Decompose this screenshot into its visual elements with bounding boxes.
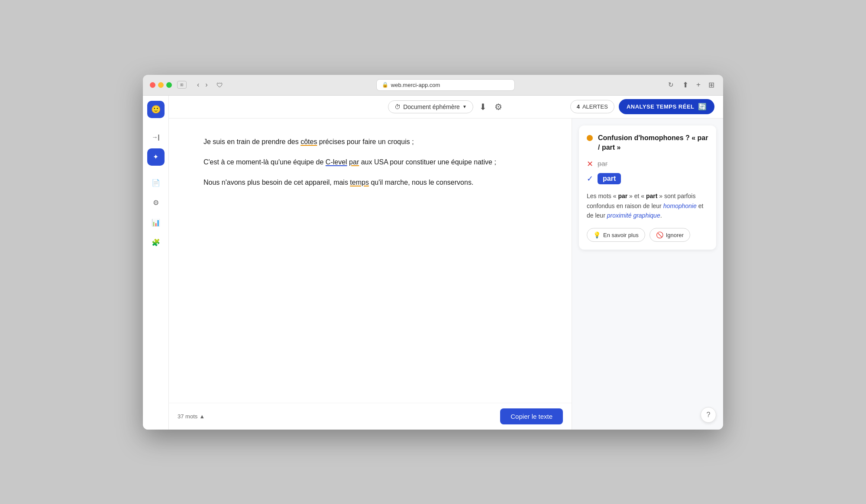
suggestion-actions: 💡 En savoir plus 🚫 Ignorer [587, 228, 708, 242]
browser-nav-controls: ‹ › [195, 80, 210, 90]
edit-icon: ✦ [153, 153, 158, 161]
grid-button[interactable]: ⊞ [707, 80, 716, 90]
puzzle-icon: 🧩 [152, 238, 160, 247]
paragraph-3: Nous n'avons plus besoin de cet appareil… [204, 177, 537, 188]
sidebar-logo[interactable]: 🙂 [147, 101, 165, 118]
word-clevel: C-level [326, 158, 347, 166]
suggestion-header: Confusion d'homophones ? « par / part » [587, 133, 708, 153]
sidebar-item-doc[interactable]: 📄 [147, 174, 165, 192]
sidebar-item-settings[interactable]: ⚙ [147, 194, 165, 212]
arrow-icon: →| [152, 134, 160, 141]
clock-icon: ⏱ [394, 103, 401, 110]
alert-count: 4 [577, 103, 580, 110]
word-options: ✕ par ✓ part [587, 159, 708, 184]
toolbar: ⏱ Document éphémère ▼ ⬇ ⚙ 4 ALERTES [169, 96, 723, 119]
traffic-light-green[interactable] [166, 82, 172, 88]
wrong-icon: ✕ [587, 159, 593, 169]
download-button[interactable]: ⬇ [478, 100, 488, 114]
download-icon: ⬇ [479, 102, 487, 112]
traffic-light-yellow[interactable] [158, 82, 164, 88]
word-cotes: côtes [301, 138, 317, 145]
word-count: 37 mots ▲ [178, 413, 205, 420]
settings-icon: ⚙ [153, 199, 159, 207]
traffic-lights [150, 82, 172, 88]
lightbulb-icon: 💡 [593, 231, 601, 238]
paragraph-1: Je suis en train de prendre des côtes pr… [204, 136, 537, 148]
browser-window: ⊞ ‹ › 🛡 🔒 web.merci-app.com ↻ ⬆ + ⊞ 🙂 [143, 75, 723, 430]
right-panel: Confusion d'homophones ? « par / part » … [572, 119, 723, 430]
editor-content[interactable]: Je suis en train de prendre des côtes pr… [169, 119, 572, 403]
analyse-label: ANALYSE TEMPS RÉEL [627, 103, 695, 110]
word-par: par [349, 158, 359, 166]
doc-type-label: Document éphémère [403, 103, 460, 110]
alerts-label: ALERTES [582, 103, 608, 110]
paragraph-2: C'est à ce moment-là qu'une équipe de C-… [204, 156, 537, 168]
word-option-wrong: ✕ par [587, 159, 708, 169]
back-button[interactable]: ‹ [195, 80, 201, 90]
url-bar: 🔒 web.merci-app.com [230, 79, 661, 91]
copy-button[interactable]: Copier le texte [500, 408, 563, 424]
refresh-button[interactable]: ↻ [666, 80, 675, 90]
sidebar: 🙂 →| ✦ 📄 ⚙ 📊 🧩 [143, 96, 169, 430]
sidebar-item-chart[interactable]: 📊 [147, 214, 165, 231]
word-count-text: 37 mots [178, 413, 197, 420]
ignore-icon: 🚫 [656, 231, 663, 238]
shield-icon: 🛡 [216, 81, 223, 89]
desc-bold2: part [646, 193, 657, 199]
url-input[interactable]: 🔒 web.merci-app.com [376, 79, 515, 91]
analyse-button[interactable]: ANALYSE TEMPS RÉEL 🔄 [619, 99, 714, 114]
suggestion-description: Les mots « par » et « part » sont parfoi… [587, 191, 708, 220]
new-tab-button[interactable]: + [695, 80, 702, 90]
url-text: web.merci-app.com [391, 82, 440, 88]
logo-icon: 🙂 [151, 105, 161, 114]
chevron-down-icon: ▼ [462, 104, 467, 109]
doc-type-button[interactable]: ⏱ Document éphémère ▼ [388, 100, 473, 113]
window-layout-btn[interactable]: ⊞ [177, 81, 187, 89]
suggestion-dot [587, 135, 593, 141]
share-button[interactable]: ⬆ [681, 80, 690, 90]
sidebar-item-arrow[interactable]: →| [147, 128, 165, 146]
suggestion-card: Confusion d'homophones ? « par / part » … [579, 125, 716, 250]
editor-footer: 37 mots ▲ Copier le texte [169, 403, 572, 430]
chart-icon: 📊 [152, 218, 160, 227]
traffic-light-red[interactable] [150, 82, 155, 88]
desc-italic1: homophonie [663, 202, 697, 209]
browser-chrome: ⊞ ‹ › 🛡 🔒 web.merci-app.com ↻ ⬆ + ⊞ [143, 75, 723, 96]
main-area: Je suis en train de prendre des côtes pr… [169, 119, 723, 430]
learn-more-button[interactable]: 💡 En savoir plus [587, 228, 645, 242]
forward-button[interactable]: › [204, 80, 209, 90]
analyse-icon: 🔄 [698, 103, 707, 111]
lock-icon: 🔒 [382, 82, 388, 88]
browser-right-controls: ⬆ + ⊞ [681, 80, 716, 90]
gear-button[interactable]: ⚙ [493, 100, 504, 114]
alerts-button[interactable]: 4 ALERTES [570, 100, 614, 113]
desc-bold1: par [618, 193, 627, 199]
ignore-label: Ignorer [666, 232, 684, 238]
sidebar-item-edit[interactable]: ✦ [147, 148, 165, 166]
wrong-word: par [598, 160, 607, 168]
ignore-button[interactable]: 🚫 Ignorer [650, 228, 690, 242]
help-button[interactable]: ? [701, 407, 716, 423]
doc-icon: 📄 [152, 179, 160, 187]
sidebar-item-puzzle[interactable]: 🧩 [147, 234, 165, 251]
suggestion-title: Confusion d'homophones ? « par / part » [598, 133, 708, 153]
editor-area: Je suis en train de prendre des côtes pr… [169, 119, 572, 430]
gear-icon: ⚙ [494, 102, 502, 112]
correct-icon: ✓ [587, 174, 593, 183]
word-temps: temps [350, 179, 369, 186]
correct-word[interactable]: part [598, 173, 621, 184]
word-count-arrow: ▲ [199, 413, 205, 420]
word-option-correct: ✓ part [587, 173, 708, 184]
desc-italic2: proximité graphique [607, 212, 660, 219]
toolbar-right: 4 ALERTES ANALYSE TEMPS RÉEL 🔄 [570, 99, 714, 114]
learn-more-label: En savoir plus [603, 232, 639, 238]
app-container: 🙂 →| ✦ 📄 ⚙ 📊 🧩 [143, 96, 723, 430]
toolbar-center: ⏱ Document éphémère ▼ ⬇ ⚙ [388, 100, 504, 114]
